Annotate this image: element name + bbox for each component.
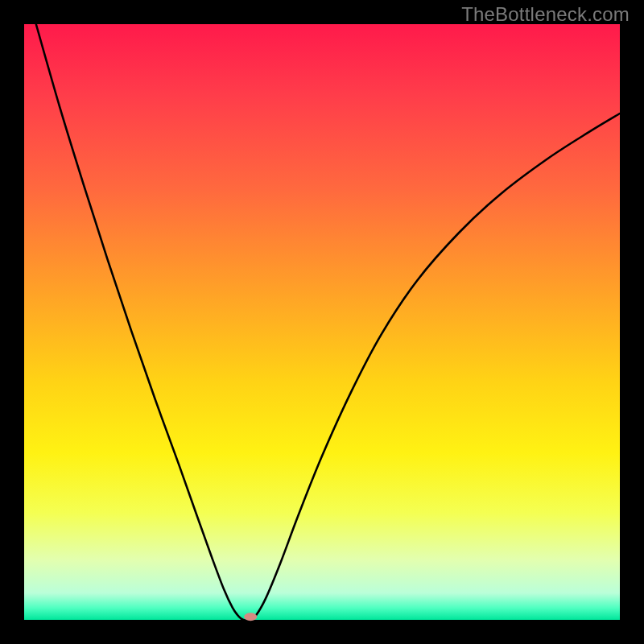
bottleneck-chart	[0, 0, 644, 644]
chart-container: TheBottleneck.com	[0, 0, 644, 644]
optimum-marker	[244, 613, 257, 621]
plot-background	[24, 24, 620, 620]
